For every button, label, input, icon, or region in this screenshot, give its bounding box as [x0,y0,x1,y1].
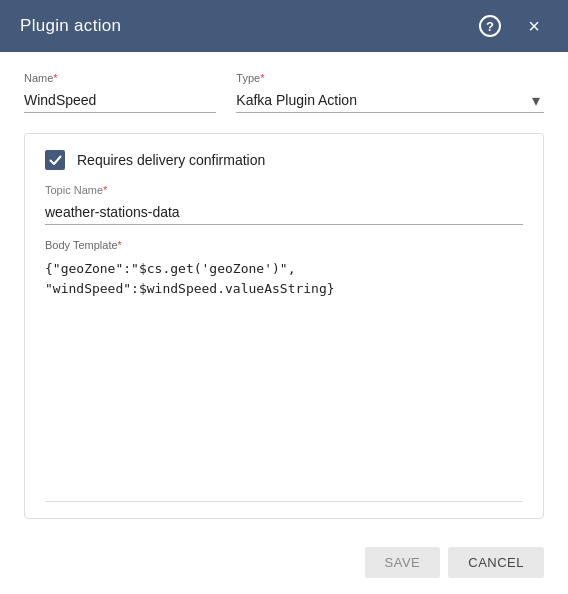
type-select[interactable]: Kafka Plugin Action [236,88,544,112]
body-template-textarea[interactable] [45,255,523,487]
type-field-group: Type* Kafka Plugin Action ▾ [236,72,544,113]
dialog-body: Name* Type* Kafka Plugin Action ▾ [0,52,568,535]
dialog: Plugin action ? × Name* Type* [0,0,568,594]
help-icon: ? [479,15,501,37]
top-fields: Name* Type* Kafka Plugin Action ▾ [24,72,544,113]
save-button[interactable]: SAVE [365,547,441,578]
help-button[interactable]: ? [476,12,504,40]
name-input[interactable] [24,88,216,113]
header-icons: ? × [476,12,548,40]
body-template-label: Body Template* [45,239,523,251]
checkbox-row: Requires delivery confirmation [45,150,523,170]
type-select-wrapper: Kafka Plugin Action ▾ [236,88,544,113]
dialog-footer: SAVE CANCEL [0,535,568,594]
body-template-group: Body Template* [45,239,523,487]
dialog-title: Plugin action [20,16,121,36]
type-label: Type* [236,72,544,84]
name-field-group: Name* [24,72,216,113]
delivery-confirmation-label: Requires delivery confirmation [77,152,265,168]
name-label: Name* [24,72,216,84]
inner-card: Requires delivery confirmation Topic Nam… [24,133,544,519]
dialog-header: Plugin action ? × [0,0,568,52]
close-button[interactable]: × [520,12,548,40]
topic-name-field-group: Topic Name* [45,184,523,225]
checkmark-icon [49,154,62,167]
close-icon: × [528,15,540,38]
delivery-confirmation-checkbox[interactable] [45,150,65,170]
topic-name-label: Topic Name* [45,184,523,196]
inner-card-divider [45,501,523,502]
topic-name-input[interactable] [45,200,523,225]
cancel-button[interactable]: CANCEL [448,547,544,578]
